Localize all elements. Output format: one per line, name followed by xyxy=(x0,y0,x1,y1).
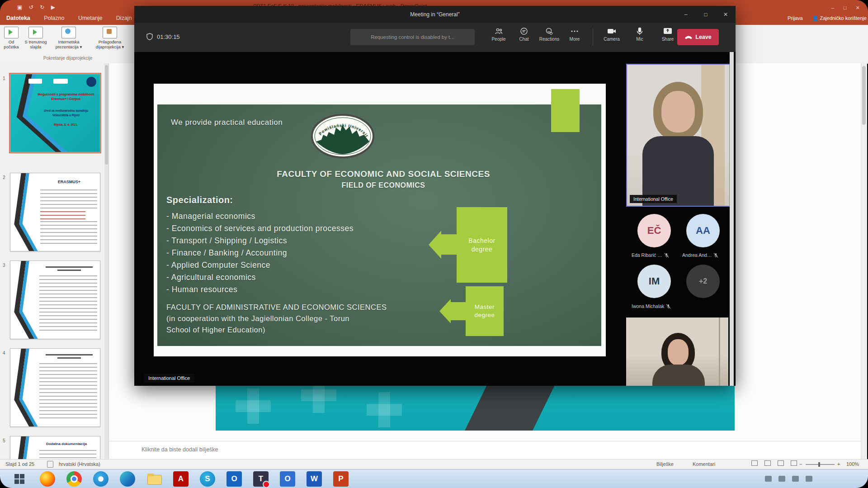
windows-taskbar: A S O T O W P xyxy=(0,469,868,488)
zoom-in-button[interactable]: + xyxy=(837,461,840,467)
zoom-slider[interactable] xyxy=(806,464,835,465)
ppt-window-controls: – □ ✕ xyxy=(824,3,860,11)
thumb2-text-lines xyxy=(40,221,97,245)
thumb2-title: ERASMUS+ xyxy=(42,180,96,184)
edge-icon[interactable] xyxy=(120,471,135,487)
slide-sorter-view-icon[interactable] xyxy=(764,460,771,466)
thumbnail-slide-2[interactable]: ERASMUS+ xyxy=(10,173,100,251)
slide-number: 5 xyxy=(3,438,5,443)
faculty2-line: School of Higher Education) xyxy=(166,324,387,336)
slide-cross-decoration xyxy=(247,389,259,424)
ppt-close-button[interactable]: ✕ xyxy=(856,5,860,10)
more-button[interactable]: More xyxy=(562,27,587,42)
office-app-icon[interactable]: O xyxy=(280,471,295,487)
slideshow-view-icon[interactable] xyxy=(791,460,797,466)
tab-umetanje[interactable]: Umetanje xyxy=(78,13,103,24)
tray-volume-icon[interactable] xyxy=(778,476,785,482)
master-arrow-head xyxy=(439,299,451,323)
app-blue-circle-icon[interactable] xyxy=(93,471,108,487)
comments-toggle[interactable]: Komentari xyxy=(693,461,715,467)
mic-button[interactable]: Mic xyxy=(627,27,652,42)
sign-in-link[interactable]: Prijava xyxy=(788,15,803,21)
thumb1-date: Rijeka, 8. 4. 2021. xyxy=(34,123,98,126)
normal-view-icon[interactable] xyxy=(751,460,758,466)
ribbon-button-custom-slideshow[interactable]: Prilagođena dijaprojekcija ▾ xyxy=(89,27,131,50)
meeting-timer: 01:30:15 xyxy=(146,33,180,40)
notes-toggle[interactable]: Bilješke xyxy=(656,461,674,467)
timer-shield-icon xyxy=(146,33,153,40)
people-icon xyxy=(494,27,503,36)
thumb3-text-lines xyxy=(39,275,97,333)
slide-bullet-list: - Managerial economics - Economics of se… xyxy=(166,210,354,296)
avatar-aa[interactable]: AA xyxy=(686,214,720,247)
teams-icon[interactable]: T xyxy=(253,471,269,487)
logo-erasmus xyxy=(53,79,68,84)
chrome-icon[interactable] xyxy=(66,471,82,487)
teams-close-button[interactable]: ✕ xyxy=(716,6,736,23)
participants-scrollbar[interactable] xyxy=(730,52,734,386)
ppt-vertical-scrollbar[interactable] xyxy=(861,63,867,459)
start-slideshow-icon[interactable]: ▶ xyxy=(51,4,55,10)
tray-network-icon[interactable] xyxy=(792,476,799,482)
ribbon-button-from-current-slide[interactable]: S trenutnog slajda xyxy=(22,27,50,50)
thumbnail-slide-3[interactable] xyxy=(10,261,100,339)
thumb1-title-line1: Mogućnosti s programima mobilnosti xyxy=(34,92,98,97)
participant-video-secondary[interactable] xyxy=(626,317,728,386)
notes-pane[interactable]: Kliknite da biste dodali bilješke xyxy=(109,441,861,460)
avatar-overflow[interactable]: +2 xyxy=(686,265,720,298)
avatar-ec[interactable]: EČ xyxy=(637,214,671,247)
teams-minimize-button[interactable]: – xyxy=(676,6,696,23)
tray-notifications-icon[interactable] xyxy=(806,476,812,482)
chat-button[interactable]: Chat xyxy=(511,27,537,42)
reading-view-icon[interactable] xyxy=(778,460,784,466)
reactions-button[interactable]: Reactions xyxy=(537,27,562,42)
teams-title-bar[interactable]: Meeting in “General” – □ ✕ xyxy=(134,6,736,23)
thumbnail-panel-scrollbar[interactable] xyxy=(104,63,108,459)
word-icon[interactable]: W xyxy=(307,471,322,487)
bullet-item: - Finance / Banking / Accounting xyxy=(166,247,354,259)
participant-name: Andrea And… xyxy=(682,252,732,258)
camera-button[interactable]: Camera xyxy=(599,27,624,42)
thumbnail-slide-1[interactable]: Mogućnosti s programima mobilnosti Erasm… xyxy=(10,74,100,152)
share-button[interactable]: Zajedničko korištenje xyxy=(820,15,866,21)
slide-number: 1 xyxy=(3,76,5,81)
powerpoint-icon[interactable]: P xyxy=(333,471,349,487)
people-button[interactable]: People xyxy=(486,27,511,42)
undo-icon[interactable]: ↺ xyxy=(29,4,33,10)
mic-icon xyxy=(635,27,644,36)
redo-icon[interactable]: ↻ xyxy=(40,4,44,10)
file-explorer-icon[interactable] xyxy=(146,471,162,487)
acrobat-icon[interactable]: A xyxy=(173,471,189,487)
teams-maximize-button[interactable]: □ xyxy=(696,6,716,23)
video-name-label: International Office xyxy=(630,195,677,203)
proofing-icon[interactable] xyxy=(47,461,53,468)
notes-placeholder[interactable]: Kliknite da biste dodali bilješke xyxy=(142,446,218,453)
master-arrow-shaft xyxy=(450,302,466,320)
zoom-level[interactable]: 100% xyxy=(846,461,859,467)
avatar-im[interactable]: IM xyxy=(637,265,671,298)
slideshow-play-icon xyxy=(4,27,19,38)
language-indicator[interactable]: hrvatski (Hrvatska) xyxy=(59,461,100,467)
skype-icon[interactable]: S xyxy=(200,471,215,487)
outlook-icon[interactable]: O xyxy=(226,471,242,487)
firefox-icon[interactable] xyxy=(40,471,55,487)
start-button[interactable] xyxy=(12,471,27,487)
leave-button[interactable]: Leave xyxy=(677,29,719,45)
participant-video-main[interactable]: International Office xyxy=(626,64,730,207)
tab-dizajn[interactable]: Dizajn xyxy=(116,13,132,24)
tab-datoteka[interactable]: Datoteka xyxy=(6,13,30,24)
thumb4-title-bar xyxy=(57,357,81,359)
thumbnail-slide-4[interactable] xyxy=(10,348,100,427)
save-icon[interactable]: ▣ xyxy=(17,4,22,10)
tray-show-hidden-icons[interactable] xyxy=(765,476,772,482)
share-button-teams[interactable]: Share xyxy=(655,27,680,42)
bachelor-arrow-head xyxy=(429,231,441,259)
ppt-minimize-button[interactable]: – xyxy=(831,5,834,10)
teams-toolbar: 01:30:15 Requesting control is disabled … xyxy=(134,23,736,52)
zoom-out-button[interactable]: − xyxy=(799,461,802,467)
ppt-maximize-button[interactable]: □ xyxy=(844,5,847,10)
thumbnail-slide-5[interactable]: Dodatna dokumentacija xyxy=(10,436,100,459)
ribbon-button-from-beginning[interactable]: Od početka xyxy=(1,27,22,50)
ribbon-button-present-online[interactable]: Internetska prezentacija ▾ xyxy=(51,27,87,50)
tab-polazno[interactable]: Polazno xyxy=(44,13,64,24)
